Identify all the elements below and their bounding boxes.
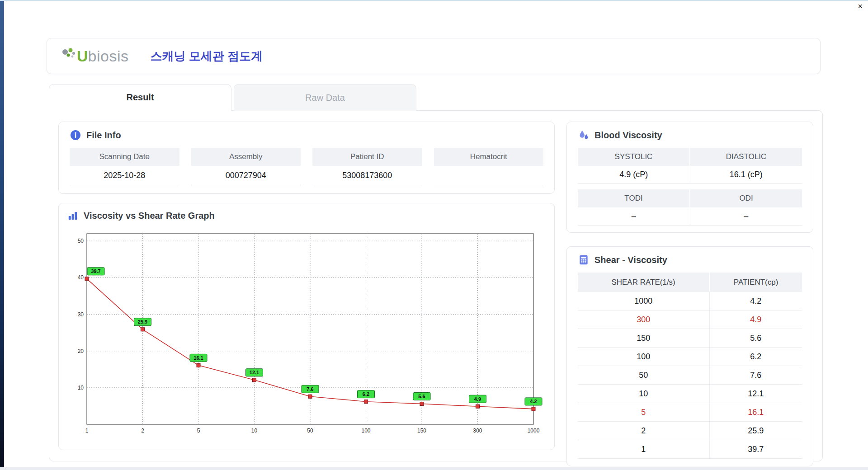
viscosity-shear-chart: 10203040501251050100150300100039.725.916… [67, 228, 545, 441]
graph-title: Viscosity vs Shear Rate Graph [84, 211, 215, 221]
logo-text-u: U [77, 47, 88, 65]
window-bottom-strip [0, 467, 868, 470]
cell-shear: 50 [578, 366, 709, 385]
window-edge-strip [0, 1, 4, 470]
bv-value-systolic: 4.9 (cP) [578, 166, 690, 184]
logo-text-biosis: biosis [88, 47, 129, 65]
page-title: 스캐닝 모세관 점도계 [151, 48, 263, 64]
table-row: 507.6 [578, 366, 802, 385]
table-row: 139.7 [578, 440, 802, 459]
table-row: 516.1 [578, 403, 802, 422]
info-icon [70, 129, 81, 141]
column-shear-rate: SHEAR RATE(1/s) [578, 273, 709, 292]
bv-value-row-2: – – [578, 207, 802, 226]
svg-text:10: 10 [251, 428, 258, 434]
svg-text:150: 150 [417, 428, 426, 434]
cell-value: 7.6 [709, 366, 802, 385]
cell-value: 4.9 [709, 310, 802, 329]
svg-text:6.2: 6.2 [363, 391, 369, 397]
svg-text:39.7: 39.7 [91, 268, 100, 274]
cell-value: 5.6 [709, 329, 802, 348]
field-label: Hematocrit [434, 148, 544, 166]
field-label: Scanning Date [70, 148, 179, 166]
svg-text:40: 40 [78, 274, 84, 281]
field-label: Patient ID [312, 148, 422, 166]
tab-result[interactable]: Result [49, 84, 231, 111]
cell-shear: 100 [578, 348, 709, 366]
field-patient-id: Patient ID 53008173600 [312, 148, 422, 185]
svg-text:7.6: 7.6 [307, 386, 313, 392]
right-column: Blood Viscosity SYSTOLIC DIASTOLIC 4.9 (… [566, 122, 813, 450]
file-info-card: File Info Scanning Date 2025-10-28 Assem… [58, 122, 555, 194]
cell-value: 39.7 [709, 440, 802, 459]
app-header: Ubiosis 스캐닝 모세관 점도계 [47, 38, 821, 74]
svg-text:16.1: 16.1 [193, 355, 203, 361]
field-value: 2025-10-28 [70, 166, 179, 185]
bv-value-diastolic: 16.1 (cP) [690, 166, 802, 184]
svg-text:25.9: 25.9 [138, 319, 147, 324]
bv-value-todi: – [578, 207, 690, 226]
bv-header-row-2: TODI ODI [578, 189, 802, 207]
water-drops-icon [578, 129, 590, 141]
ubiosis-logo: Ubiosis [61, 47, 129, 65]
svg-text:5: 5 [197, 428, 200, 434]
table-icon [578, 254, 590, 266]
blood-viscosity-title: Blood Viscosity [594, 130, 662, 141]
svg-text:12.1: 12.1 [250, 370, 259, 375]
bar-chart-icon [67, 210, 79, 221]
svg-text:2: 2 [141, 428, 144, 434]
svg-text:100: 100 [361, 428, 370, 434]
svg-text:30: 30 [78, 311, 84, 318]
cell-value: 12.1 [709, 385, 802, 403]
svg-text:1000: 1000 [528, 428, 540, 434]
cell-value: 25.9 [709, 422, 802, 440]
cell-shear: 2 [578, 422, 709, 440]
svg-text:20: 20 [78, 348, 84, 354]
bv-header-odi: ODI [689, 189, 802, 207]
svg-text:5.6: 5.6 [418, 394, 425, 399]
viscosity-graph-card: Viscosity vs Shear Rate Graph 1020304050… [58, 203, 555, 450]
svg-text:4.2: 4.2 [530, 399, 537, 404]
field-assembly: Assembly 000727904 [191, 148, 301, 185]
tab-bar: Result Raw Data [49, 84, 416, 111]
table-row: 10004.2 [578, 292, 802, 310]
bv-value-odi: – [690, 207, 802, 226]
svg-text:1: 1 [85, 428, 89, 434]
cell-shear: 150 [578, 329, 709, 348]
ubiosis-logo-icon [61, 47, 76, 63]
cell-value: 6.2 [709, 348, 802, 366]
shear-viscosity-table: SHEAR RATE(1/s) PATIENT(cp) 10004.2 3004… [578, 273, 802, 459]
table-header-row: SHEAR RATE(1/s) PATIENT(cp) [578, 273, 802, 292]
cell-value: 4.2 [709, 292, 802, 310]
bv-header-systolic: SYSTOLIC [578, 148, 689, 166]
column-patient: PATIENT(cp) [709, 273, 802, 292]
tab-raw-data[interactable]: Raw Data [234, 84, 416, 111]
field-value: 000727904 [191, 166, 301, 185]
table-row: 3004.9 [578, 310, 802, 329]
cell-shear: 5 [578, 403, 709, 422]
table-row: 1012.1 [578, 385, 802, 403]
cell-shear: 1000 [578, 292, 709, 310]
table-row: 1505.6 [578, 329, 802, 348]
svg-text:50: 50 [78, 238, 84, 244]
table-row: 225.9 [578, 422, 802, 440]
svg-text:4.9: 4.9 [474, 396, 481, 402]
svg-text:10: 10 [78, 385, 84, 391]
table-row: 1006.2 [578, 348, 802, 366]
shear-viscosity-card: Shear - Viscosity SHEAR RATE(1/s) PATIEN… [566, 246, 813, 466]
field-hematocrit: Hematocrit [434, 148, 544, 185]
blood-viscosity-card: Blood Viscosity SYSTOLIC DIASTOLIC 4.9 (… [566, 122, 813, 233]
bv-header-row-1: SYSTOLIC DIASTOLIC [578, 148, 802, 166]
shear-viscosity-title: Shear - Viscosity [594, 255, 667, 265]
field-label: Assembly [191, 148, 301, 166]
close-icon[interactable]: × [858, 2, 863, 10]
result-panel: File Info Scanning Date 2025-10-28 Assem… [49, 110, 823, 461]
bv-header-todi: TODI [578, 189, 689, 207]
svg-text:50: 50 [307, 428, 313, 434]
field-scanning-date: Scanning Date 2025-10-28 [70, 148, 179, 185]
cell-shear: 1 [578, 440, 709, 459]
svg-text:300: 300 [473, 428, 482, 434]
cell-value: 16.1 [709, 403, 802, 422]
cell-shear: 10 [578, 385, 709, 403]
bv-header-diastolic: DIASTOLIC [689, 148, 802, 166]
